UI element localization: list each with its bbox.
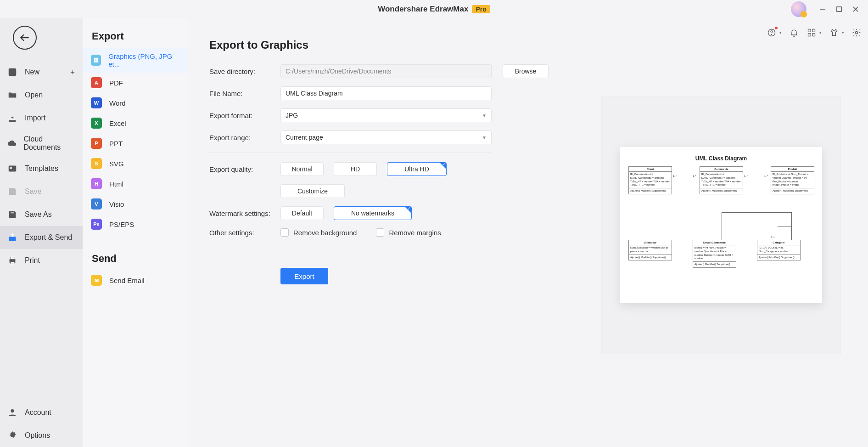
- file-name-input[interactable]: [280, 86, 492, 100]
- save-directory-input[interactable]: [280, 64, 492, 78]
- format-item-excel[interactable]: X Excel: [83, 113, 188, 133]
- sidebar-item-cloud-documents[interactable]: Cloud Documents: [0, 130, 83, 157]
- excel-icon: X: [91, 118, 102, 129]
- pseps-icon: Ps: [91, 219, 102, 230]
- format-item-graphics[interactable]: 🖼 Graphics (PNG, JPG et...: [83, 48, 188, 73]
- close-button[interactable]: [851, 5, 860, 13]
- svg-rect-1: [837, 7, 841, 11]
- format-item-visio[interactable]: V Visio: [83, 194, 188, 214]
- sidebar-item-label: Import: [25, 114, 45, 122]
- export-format-value: JPG: [286, 112, 298, 119]
- format-item-word[interactable]: W Word: [83, 93, 188, 113]
- html-icon: H: [91, 178, 102, 189]
- sidebar-item-label: Account: [25, 408, 51, 417]
- sidebar-item-label: Save: [25, 187, 41, 196]
- format-label: SVG: [109, 160, 124, 168]
- sidebar-item-open[interactable]: Open: [0, 84, 83, 107]
- maximize-button[interactable]: [835, 5, 843, 13]
- quality-customize-button[interactable]: Customize: [280, 184, 345, 198]
- export-range-select[interactable]: Current page ▼: [280, 130, 492, 144]
- uml-box-categorie: Categorie ID_CATEGORIE = int Nom_Categor…: [757, 240, 801, 260]
- plus-square-icon: [6, 66, 18, 78]
- sidebar-item-label: Save As: [25, 210, 52, 219]
- export-icon: [6, 232, 18, 243]
- sidebar-item-new[interactable]: New ＋: [0, 61, 83, 84]
- label-export-format: Export format:: [209, 112, 280, 119]
- export-section-title: Export: [83, 20, 188, 48]
- format-label: PS/EPS: [109, 221, 134, 228]
- plus-icon[interactable]: ＋: [69, 68, 76, 77]
- gear-icon: [6, 430, 18, 441]
- export-range-value: Current page: [286, 134, 323, 141]
- mail-icon: ✉: [91, 275, 102, 286]
- export-format-select[interactable]: JPG ▼: [280, 108, 492, 122]
- watermark-none-button[interactable]: No watermarks: [334, 206, 412, 220]
- sidebar-item-account[interactable]: Account: [0, 401, 83, 424]
- svg-icon: S: [91, 158, 102, 169]
- save-as-icon: [6, 209, 18, 221]
- account-icon: [6, 407, 18, 419]
- sidebar-item-label: Print: [25, 256, 40, 265]
- svg-rect-13: [9, 166, 17, 172]
- checkbox-label: Remove background: [293, 229, 357, 237]
- format-item-pdf[interactable]: A PDF: [83, 73, 188, 93]
- quality-normal-button[interactable]: Normal: [280, 162, 324, 176]
- primary-sidebar: New ＋ Open Import Cloud Documents Templa…: [0, 18, 83, 447]
- label-watermark-settings: Watermark settings:: [209, 209, 280, 217]
- sidebar-item-export-send[interactable]: Export & Send: [0, 226, 83, 249]
- chevron-down-icon: ▼: [482, 113, 487, 118]
- format-label: Word: [109, 99, 126, 107]
- folder-icon: [6, 89, 18, 101]
- watermark-none-label: No watermarks: [351, 209, 394, 217]
- format-item-ppt[interactable]: P PPT: [83, 133, 188, 153]
- label-export-range: Export range:: [209, 134, 280, 141]
- format-item-svg[interactable]: S SVG: [83, 153, 188, 174]
- format-label: PDF: [109, 79, 123, 87]
- send-label: Send Email: [109, 277, 145, 284]
- check-icon: [440, 163, 446, 169]
- watermark-default-button[interactable]: Default: [280, 206, 324, 220]
- back-button[interactable]: [13, 26, 37, 50]
- send-section-title: Send: [83, 234, 188, 270]
- section-divider: [209, 153, 492, 153]
- user-avatar[interactable]: [791, 1, 806, 17]
- preview-page: UML Class Diagram Client ID_Commande = i…: [620, 147, 822, 303]
- uml-box-produit: Produit ID_Produit = int Nom_Produit = v…: [771, 166, 814, 194]
- uml-box-client: Client ID_Commande = int DATE_Commande =…: [628, 166, 672, 194]
- sidebar-item-save-as[interactable]: Save As: [0, 203, 83, 226]
- format-label: Excel: [109, 119, 126, 127]
- remove-margins-checkbox[interactable]: Remove margins: [376, 228, 441, 237]
- remove-background-checkbox[interactable]: Remove background: [280, 228, 357, 237]
- sidebar-item-label: Export & Send: [25, 233, 72, 242]
- sidebar-item-import[interactable]: Import: [0, 107, 83, 130]
- format-label: Graphics (PNG, JPG et...: [108, 52, 180, 68]
- send-item-email[interactable]: ✉ Send Email: [83, 270, 188, 290]
- quality-hd-button[interactable]: HD: [334, 162, 377, 176]
- export-format-sidebar: Export 🖼 Graphics (PNG, JPG et... A PDF …: [83, 18, 188, 447]
- label-export-quality: Export quality:: [209, 165, 280, 173]
- checkbox-icon: [376, 228, 384, 237]
- sidebar-item-label: Cloud Documents: [23, 135, 76, 152]
- sidebar-item-options[interactable]: Options: [0, 424, 83, 447]
- download-icon: [6, 112, 18, 124]
- checkbox-label: Remove margins: [389, 229, 441, 237]
- minimize-button[interactable]: [818, 5, 827, 13]
- svg-rect-14: [10, 167, 12, 169]
- window-controls: [791, 0, 868, 18]
- browse-button[interactable]: Browse: [503, 64, 549, 78]
- sidebar-item-templates[interactable]: Templates: [0, 157, 83, 180]
- templates-icon: [6, 163, 18, 175]
- export-button[interactable]: Export: [280, 268, 328, 284]
- preview-panel: UML Class Diagram Client ID_Commande = i…: [602, 96, 840, 354]
- sidebar-item-label: New: [25, 68, 39, 76]
- export-panel: Export to Graphics Save directory: Brows…: [188, 18, 868, 447]
- sidebar-item-label: Options: [25, 431, 50, 440]
- format-item-pseps[interactable]: Ps PS/EPS: [83, 214, 188, 234]
- format-label: Html: [109, 180, 123, 188]
- app-title: Wondershare EdrawMax Pro: [378, 5, 490, 14]
- format-item-html[interactable]: H Html: [83, 174, 188, 194]
- sidebar-item-print[interactable]: Print: [0, 249, 83, 272]
- save-icon: [6, 186, 18, 198]
- sidebar-item-save: Save: [0, 180, 83, 203]
- quality-ultrahd-button[interactable]: Ultra HD: [387, 162, 447, 176]
